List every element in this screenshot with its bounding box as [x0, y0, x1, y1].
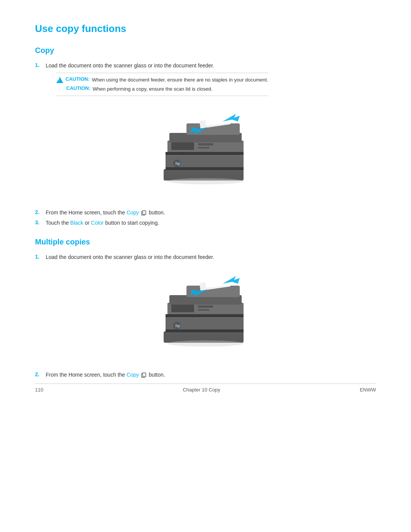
mc-step-number-1: 1.: [35, 254, 46, 260]
printer-svg-1: hp: [148, 108, 263, 200]
multiple-copies-step-2-list: 2. From the Home screen, touch the Copy …: [35, 371, 376, 379]
svg-point-31: [167, 340, 244, 347]
page-footer: 110 Chapter 10 Copy ENWW: [35, 383, 376, 393]
multiple-copies-steps: 1. Load the document onto the scanner gl…: [35, 253, 376, 261]
mc-step-1-text: Load the document onto the scanner glass…: [46, 253, 214, 261]
svg-rect-30: [198, 309, 209, 311]
section-title-copy: Copy: [35, 46, 376, 55]
page-container: Use copy functions Copy 1. Load the docu…: [0, 0, 411, 404]
step-3-text: Touch the Black or Color button to start…: [46, 219, 159, 227]
step-2-text: From the Home screen, touch the Copy but…: [46, 209, 165, 217]
color-link: Color: [91, 220, 104, 226]
multiple-copies-section: Multiple copies 1. Load the document ont…: [35, 238, 376, 379]
svg-rect-28: [171, 305, 194, 312]
copy-button-icon-2: [141, 372, 147, 378]
step-1-text: Load the document onto the scanner glass…: [46, 62, 214, 69]
multiple-copies-step-2: 2. From the Home screen, touch the Copy …: [35, 371, 376, 379]
svg-rect-13: [198, 147, 209, 149]
svg-point-14: [167, 178, 244, 184]
copy-step-2: 2. From the Home screen, touch the Copy …: [35, 209, 376, 217]
mc-step-number-2: 2.: [35, 371, 46, 377]
step-number-2: 2.: [35, 209, 46, 215]
svg-rect-16: [143, 211, 146, 215]
svg-text:hp: hp: [175, 161, 180, 166]
printer-image-1: hp: [35, 108, 376, 200]
svg-rect-12: [198, 143, 213, 145]
copy-step-3: 3. Touch the Black or Color button to st…: [35, 219, 376, 227]
svg-rect-5: [166, 167, 244, 170]
step-number-3: 3.: [35, 219, 46, 225]
caution-row-2: CAUTION: When performing a copy, ensure …: [66, 85, 268, 93]
copy-link-2: Copy: [126, 372, 139, 378]
svg-rect-29: [198, 305, 213, 308]
section-title-multiple-copies: Multiple copies: [35, 238, 376, 246]
caution-block: CAUTION: When using the document feeder,…: [56, 73, 268, 96]
footer-locale: ENWW: [360, 387, 376, 393]
caution-row-1: CAUTION: When using the document feeder,…: [56, 76, 268, 84]
copy-steps-2-3: 2. From the Home screen, touch the Copy …: [35, 209, 376, 227]
black-link: Black: [70, 220, 83, 226]
svg-rect-6: [166, 152, 244, 155]
svg-text:hp: hp: [175, 324, 180, 328]
copy-steps-list: 1. Load the document onto the scanner gl…: [35, 62, 376, 99]
printer-svg-2: hp: [148, 270, 263, 362]
warning-triangle-icon: [56, 77, 63, 83]
svg-rect-11: [171, 142, 194, 150]
svg-rect-33: [143, 373, 146, 377]
svg-rect-22: [166, 329, 244, 332]
page-title: Use copy functions: [35, 23, 376, 35]
footer-page-number: 110: [35, 387, 43, 393]
footer-chapter: Chapter 10 Copy: [183, 387, 220, 393]
caution-label-2: CAUTION:: [66, 85, 91, 91]
caution-label-1: CAUTION:: [65, 76, 90, 82]
caution-text-2: When performing a copy, ensure the scan …: [93, 85, 213, 93]
copy-button-icon-1: [141, 210, 147, 216]
copy-step-1: 1. Load the document onto the scanner gl…: [35, 62, 376, 99]
multiple-copies-step-1: 1. Load the document onto the scanner gl…: [35, 253, 376, 261]
step-number-1: 1.: [35, 62, 46, 68]
mc-step-2-text: From the Home screen, touch the Copy but…: [46, 371, 165, 379]
copy-link-1: Copy: [126, 209, 139, 216]
printer-image-2: hp: [35, 270, 376, 362]
svg-rect-23: [166, 314, 244, 317]
caution-text-1: When using the document feeder, ensure t…: [92, 76, 268, 84]
